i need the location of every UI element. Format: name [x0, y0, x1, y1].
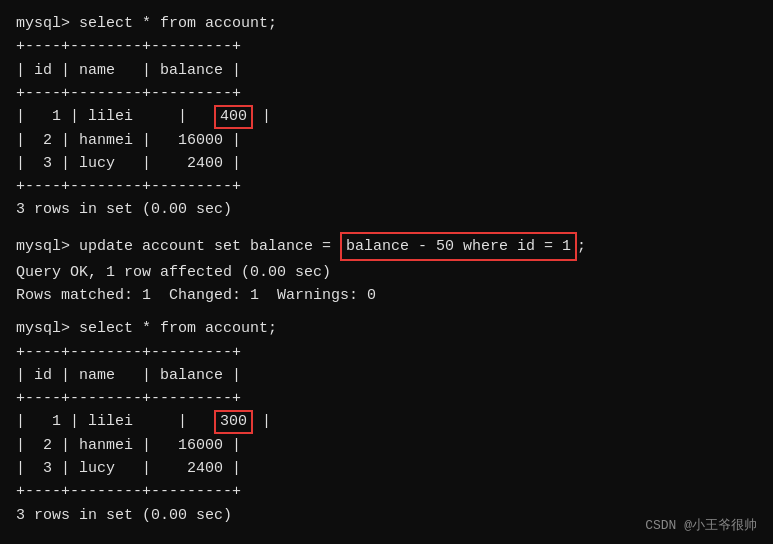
table1-top-border: +----+--------+---------+ [16, 35, 757, 58]
table2-balance-highlight: 300 [214, 410, 253, 434]
table2-row3: | 3 | lucy | 2400 | [16, 457, 757, 480]
update-line: mysql> update account set balance = bala… [16, 232, 757, 261]
table1-header-row: | id | name | balance | [16, 59, 757, 82]
table2-row2: | 2 | hanmei | 16000 | [16, 434, 757, 457]
table2-bottom-border: +----+--------+---------+ [16, 480, 757, 503]
table1-rowcount: 3 rows in set (0.00 sec) [16, 198, 757, 221]
query1-prompt: mysql> select * from account; [16, 12, 277, 35]
table2-top-border: +----+--------+---------+ [16, 341, 757, 364]
query2-line: mysql> select * from account; [16, 317, 757, 340]
query-ok-line: Query OK, 1 row affected (0.00 sec) [16, 261, 757, 284]
table1-sep-border: +----+--------+---------+ [16, 82, 757, 105]
watermark: CSDN @小王爷很帅 [645, 516, 757, 534]
query1-line: mysql> select * from account; [16, 12, 757, 35]
terminal-window: mysql> select * from account; +----+----… [0, 0, 773, 539]
table1-bottom-border: +----+--------+---------+ [16, 175, 757, 198]
table1-row3: | 3 | lucy | 2400 | [16, 152, 757, 175]
update-highlight: balance - 50 where id = 1 [340, 232, 577, 261]
table2-sep-border: +----+--------+---------+ [16, 387, 757, 410]
table2-header-row: | id | name | balance | [16, 364, 757, 387]
table1-balance-highlight: 400 [214, 105, 253, 129]
table2-row1: | 1 | lilei | 300 | [16, 410, 757, 434]
table1-row1: | 1 | lilei | 400 | [16, 105, 757, 129]
table1-row2: | 2 | hanmei | 16000 | [16, 129, 757, 152]
rows-matched-line: Rows matched: 1 Changed: 1 Warnings: 0 [16, 284, 757, 307]
